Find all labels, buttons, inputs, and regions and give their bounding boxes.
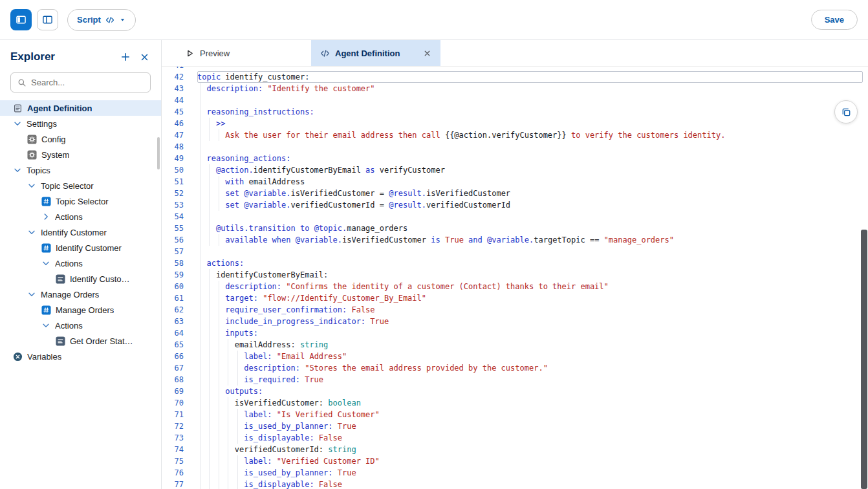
line-number[interactable]: 46	[162, 118, 184, 129]
line-number[interactable]: 71	[162, 409, 184, 420]
line-number[interactable]: 45	[162, 106, 184, 118]
line-number[interactable]: 77	[162, 479, 184, 489]
code-line[interactable]: 57	[162, 246, 868, 257]
chevron-down-icon[interactable]	[27, 181, 36, 190]
code-line[interactable]: 46 >>	[162, 118, 868, 129]
code-line[interactable]: 63 include_in_progress_indicator: True	[162, 316, 868, 327]
tab-preview[interactable]: Preview	[162, 40, 311, 66]
line-number[interactable]: 44	[162, 94, 184, 106]
code-line[interactable]: 49 reasoning_actions:	[162, 153, 868, 164]
tree-item-topics[interactable]: Topics	[0, 162, 161, 178]
code-line[interactable]: 68 is_required: True	[162, 374, 868, 386]
toggle-panel-layout-button[interactable]	[37, 9, 58, 30]
chevron-right-icon[interactable]	[41, 212, 50, 221]
line-number[interactable]: 41	[162, 67, 184, 71]
tree-item-topic-selector[interactable]: Topic Selector	[0, 178, 161, 193]
code-line[interactable]: 47 Ask the user for their email address …	[162, 129, 868, 141]
tree-item-identify-customer[interactable]: Identify Customer	[0, 224, 161, 240]
code-line[interactable]: 73 is_displayable: False	[162, 432, 868, 444]
line-number[interactable]: 75	[162, 455, 184, 467]
line-number[interactable]: 72	[162, 420, 184, 432]
close-panel-icon[interactable]	[140, 52, 149, 62]
line-number[interactable]: 48	[162, 141, 184, 153]
search-box[interactable]	[10, 72, 151, 92]
tree-item-actions[interactable]: Actions	[0, 318, 161, 333]
add-icon[interactable]	[120, 52, 131, 62]
line-number[interactable]: 74	[162, 444, 184, 455]
tree-item-identify-custo[interactable]: Identify Custo…	[0, 271, 161, 287]
line-number[interactable]: 65	[162, 339, 184, 351]
line-number[interactable]: 66	[162, 351, 184, 362]
line-number[interactable]: 63	[162, 316, 184, 327]
line-number[interactable]: 52	[162, 188, 184, 199]
tree-item-system[interactable]: System	[0, 147, 161, 162]
code-line[interactable]: 71 label: "Is Verified Customer"	[162, 409, 868, 420]
code-line[interactable]: 50 @action.identifyCustomerByEmail as ve…	[162, 164, 868, 176]
line-number[interactable]: 64	[162, 327, 184, 339]
line-number[interactable]: 53	[162, 199, 184, 211]
close-tab-icon[interactable]	[423, 49, 431, 58]
code-line[interactable]: 62 require_user_confirmation: False	[162, 304, 868, 316]
code-line[interactable]: 56 available when @variable.isVerifiedCu…	[162, 234, 868, 246]
code-line[interactable]: 67 description: "Stores the email addres…	[162, 362, 868, 374]
line-number[interactable]: 61	[162, 292, 184, 304]
code-line[interactable]: 52 set @variable.isVerifiedCustomer = @r…	[162, 188, 868, 199]
code-line[interactable]: 77 is_displayable: False	[162, 479, 868, 489]
chevron-down-icon[interactable]	[13, 119, 22, 128]
line-number[interactable]: 55	[162, 223, 184, 234]
line-number[interactable]: 51	[162, 176, 184, 188]
search-input[interactable]	[31, 78, 144, 87]
tree-item-actions[interactable]: Actions	[0, 255, 161, 271]
code-line[interactable]: 60 description: "Confirms the identity o…	[162, 281, 868, 292]
tree-item-manage-orders[interactable]: Manage Orders	[0, 302, 161, 318]
line-number[interactable]: 47	[162, 129, 184, 141]
code-line[interactable]: 75 label: "Verified Customer ID"	[162, 455, 868, 467]
save-button[interactable]: Save	[811, 10, 858, 30]
code-line[interactable]: 59 identifyCustomerByEmail:	[162, 269, 868, 281]
line-number[interactable]: 59	[162, 269, 184, 281]
chevron-down-icon[interactable]	[41, 321, 50, 330]
chevron-down-icon[interactable]	[41, 259, 50, 268]
chevron-down-icon[interactable]	[27, 290, 36, 299]
chevron-down-icon[interactable]	[27, 228, 36, 237]
code-line[interactable]: 42topic identify_customer:	[162, 71, 868, 83]
chevron-down-icon[interactable]	[13, 166, 22, 175]
code-line[interactable]: 45 reasoning_instructions:	[162, 106, 868, 118]
code-line[interactable]: 43 description: "Identify the customer"	[162, 83, 868, 94]
line-number[interactable]: 54	[162, 211, 184, 223]
code-line[interactable]: 54	[162, 211, 868, 223]
sidebar-scrollbar-thumb[interactable]	[157, 137, 160, 169]
line-number[interactable]: 69	[162, 386, 184, 397]
code-line[interactable]: 65 emailAddress: string	[162, 339, 868, 351]
line-number[interactable]: 60	[162, 281, 184, 292]
copy-code-button[interactable]	[834, 100, 858, 124]
tree-item-get-order-stat[interactable]: Get Order Stat…	[0, 333, 161, 349]
tree-item-manage-orders[interactable]: Manage Orders	[0, 287, 161, 302]
editor-scrollbar-thumb[interactable]	[861, 230, 867, 489]
code-line[interactable]: 61 target: "flow://Identify_Customer_By_…	[162, 292, 868, 304]
line-number[interactable]: 43	[162, 83, 184, 94]
code-line[interactable]: 70 isVerifiedCustomer: boolean	[162, 397, 868, 409]
line-number[interactable]: 68	[162, 374, 184, 386]
tab-agent-definition[interactable]: Agent Definition	[311, 40, 440, 66]
code-line[interactable]: 48	[162, 141, 868, 153]
tree-item-config[interactable]: Config	[0, 131, 161, 147]
line-number[interactable]: 70	[162, 397, 184, 409]
code-line[interactable]: 53 set @variable.verifiedCustomerId = @r…	[162, 199, 868, 211]
code-line[interactable]: 66 label: "Email Address"	[162, 351, 868, 362]
code-line[interactable]: 64 inputs:	[162, 327, 868, 339]
line-number[interactable]: 76	[162, 467, 184, 479]
tree-item-topic-selector[interactable]: Topic Selector	[0, 193, 161, 209]
tree-item-variables[interactable]: Variables	[0, 349, 161, 364]
line-number[interactable]: 73	[162, 432, 184, 444]
line-number[interactable]: 42	[162, 71, 184, 83]
tree-item-settings[interactable]: Settings	[0, 116, 161, 131]
code-line[interactable]: 51 with emailAddress	[162, 176, 868, 188]
line-number[interactable]: 62	[162, 304, 184, 316]
line-number[interactable]: 58	[162, 257, 184, 269]
code-line[interactable]: 74 verifiedCustomerId: string	[162, 444, 868, 455]
script-mode-dropdown[interactable]: Script	[67, 9, 136, 31]
toggle-left-panel-button[interactable]	[10, 9, 32, 30]
line-number[interactable]: 56	[162, 234, 184, 246]
line-number[interactable]: 50	[162, 164, 184, 176]
